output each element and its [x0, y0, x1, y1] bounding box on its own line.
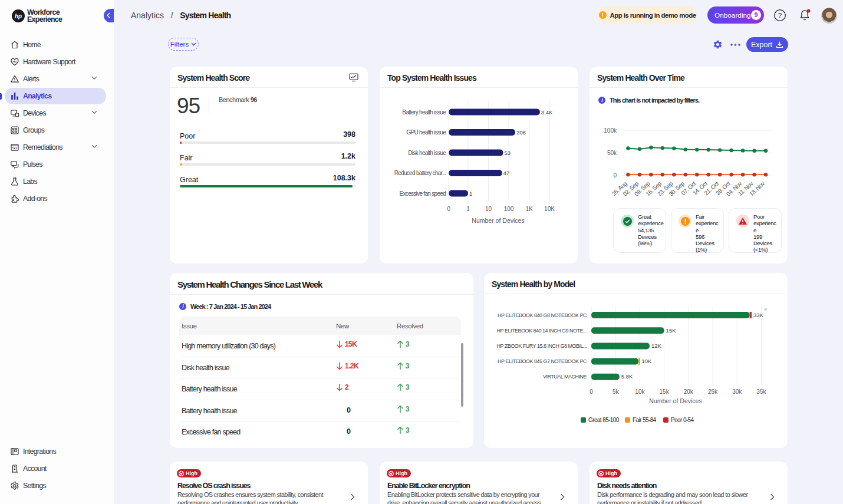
svg-text:1: 1	[466, 206, 470, 212]
svg-text:100: 100	[504, 206, 514, 212]
svg-text:208: 208	[516, 129, 526, 136]
svg-text:0: 0	[590, 388, 593, 395]
svg-text:HP ELITEBOOK 840 14 INCH G9 NO: HP ELITEBOOK 840 14 INCH G9 NOTE...	[497, 328, 587, 334]
svg-text:hp: hp	[15, 13, 22, 19]
svg-text:?: ?	[778, 12, 782, 19]
svg-text:HP ELITEBOOK 840 G8 NOTEBOOK P: HP ELITEBOOK 840 G8 NOTEBOOK PC	[498, 312, 587, 318]
svg-text:GPU health issue: GPU health issue	[406, 129, 446, 136]
svg-text:5.8K: 5.8K	[621, 373, 633, 380]
svg-text:35k: 35k	[756, 388, 766, 395]
svg-text:1K: 1K	[525, 206, 533, 212]
svg-text:3.4K: 3.4K	[541, 109, 553, 116]
svg-text:Excessive fan speed: Excessive fan speed	[400, 190, 446, 197]
svg-text:Number of Devices: Number of Devices	[472, 217, 524, 224]
svg-text:10k: 10k	[635, 388, 645, 395]
svg-text:25k: 25k	[708, 388, 718, 395]
svg-text:Fair 55-84: Fair 55-84	[633, 417, 657, 423]
svg-text:0: 0	[447, 206, 451, 212]
svg-text:30k: 30k	[732, 388, 742, 395]
svg-text:20k: 20k	[684, 388, 694, 395]
svg-text:5k: 5k	[613, 388, 620, 395]
svg-text:Poor 0-54: Poor 0-54	[671, 417, 694, 423]
svg-text:50k: 50k	[607, 150, 617, 156]
svg-text:Reduced battery char...: Reduced battery char...	[394, 170, 446, 176]
svg-text:HP ELITEBOOK 845 G7 NOTEBOOK P: HP ELITEBOOK 845 G7 NOTEBOOK PC	[498, 358, 587, 364]
svg-text:Disk health issue: Disk health issue	[408, 150, 446, 156]
svg-text:Number of Devices: Number of Devices	[649, 397, 702, 404]
svg-text:53: 53	[504, 150, 511, 156]
svg-text:10K: 10K	[544, 206, 555, 212]
svg-text:Great 85-100: Great 85-100	[588, 417, 620, 423]
svg-text:VIRTUAL MACHINE: VIRTUAL MACHINE	[543, 374, 587, 380]
svg-text:33K: 33K	[753, 312, 764, 318]
svg-text:100k: 100k	[604, 127, 617, 134]
svg-text:12K: 12K	[651, 342, 662, 349]
svg-text:1: 1	[469, 190, 472, 197]
svg-text:Battery health issue: Battery health issue	[402, 109, 446, 116]
svg-text:47: 47	[503, 170, 510, 176]
svg-text:10: 10	[485, 206, 492, 212]
svg-text:15K: 15K	[666, 327, 677, 334]
svg-text:10K: 10K	[641, 358, 652, 364]
svg-text:15k: 15k	[660, 388, 670, 395]
svg-text:0: 0	[613, 172, 617, 179]
svg-text:HP ZBOOK FURY 15.6 INCH G8 MOB: HP ZBOOK FURY 15.6 INCH G8 MOBIL...	[496, 343, 587, 349]
